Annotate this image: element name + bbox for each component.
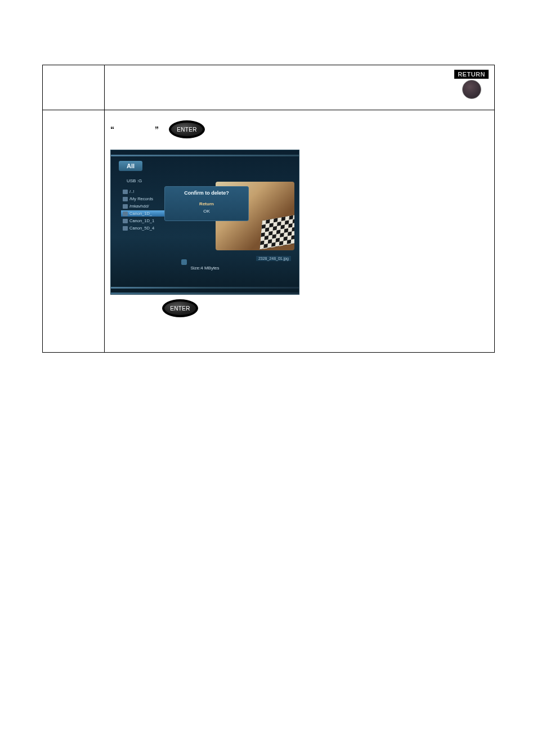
enter-button[interactable]: ENTER [162,299,198,317]
media-browser-screenshot: All USB :G /..! /My Records [110,150,299,295]
tab-2[interactable] [147,164,163,168]
return-label: RETURN [454,70,489,79]
folder-icon [123,226,128,231]
return-button[interactable]: RETURN [454,70,489,99]
folder-icon [123,204,128,209]
bottom-enter-row: ENTER [110,299,489,317]
preview-checker [259,214,294,250]
table-row-2: “ ” ENTER All USB :G [43,110,494,352]
return-circle-icon [462,80,481,99]
folder-icon [123,212,128,216]
tab-4[interactable] [187,164,203,168]
cell-r1-left [43,65,105,110]
document-table: RETURN “ ” ENTER All [42,65,495,353]
cell-r1-right: RETURN [105,65,494,110]
file-name: /mkavhdd/ [129,204,149,209]
cell-r2-right: “ ” ENTER All USB :G [105,110,494,352]
dialog-title: Confirm to delete? [169,190,244,196]
list-item[interactable]: Canon_5D_4 [121,225,174,231]
breadcrumb: USB :G [127,178,142,183]
dialog-return-button[interactable]: Return [169,200,244,208]
size-label: Size:4 MBytes [190,266,219,271]
file-name: Canon_1D_1 [129,218,154,223]
scroll-indicator-icon [181,259,187,265]
folder-icon [123,219,128,223]
ss-bottom-divider-1 [111,287,299,289]
tab-all[interactable]: All [119,161,142,171]
ss-top-divider [111,155,299,156]
file-name: /My Records [129,196,153,201]
file-name: Canon_5D_4 [129,226,154,231]
table-row-1: RETURN [43,65,494,110]
close-quote: ” [155,125,159,134]
open-quote: “ [110,125,114,134]
ss-bottom-divider-2 [111,292,299,294]
cell-r2-left [43,110,105,352]
file-name: Canon_1D_ [129,211,152,216]
enter-button-label: ENTER [170,305,190,312]
ss-tabs: All [119,159,291,173]
tab-3[interactable] [167,164,183,168]
dialog-ok-button[interactable]: OK [169,208,244,215]
enter-button[interactable]: ENTER [169,120,205,138]
preview-filename: 2328_248_01.jpg [256,256,291,261]
folder-icon [123,190,128,194]
file-name: /..! [129,189,134,194]
enter-button-label: ENTER [177,127,196,133]
confirm-dialog: Confirm to delete? Return OK [164,186,249,221]
instruction-line: “ ” ENTER [110,120,489,138]
folder-icon [123,197,128,201]
